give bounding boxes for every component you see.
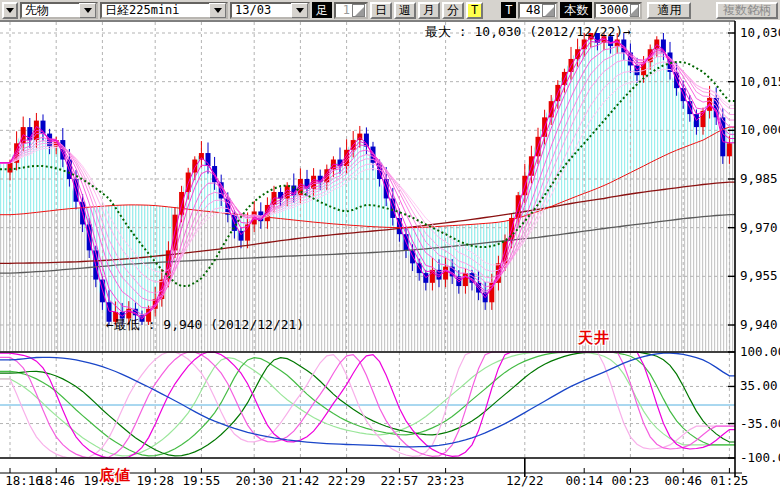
time-tick-label: 22:57 xyxy=(381,473,419,488)
chevron-down-icon[interactable] xyxy=(209,3,226,18)
period-day-button[interactable]: 日 xyxy=(370,2,392,19)
period-month-button[interactable]: 月 xyxy=(418,2,440,19)
time-tick-label: 19:28 xyxy=(136,473,174,488)
interval-value: 1 xyxy=(341,3,352,17)
multi-symbol-button[interactable]: 複数銘柄 xyxy=(716,2,778,19)
time-tick-label: 18:46 xyxy=(37,473,75,488)
toolbar: 先物 日経225mini 13/03 足 1 日 週 月 分 T T 48 本数… xyxy=(0,0,780,20)
spinner-icon[interactable] xyxy=(630,4,639,17)
time-tick-label: 00:23 xyxy=(612,473,650,488)
bottom-annotation: 底値 xyxy=(99,466,131,485)
oscillator-tick-label: -35.00 xyxy=(740,416,780,431)
time-tick-label: 00:46 xyxy=(664,473,702,488)
time-tick-label: 01:25 xyxy=(711,473,749,488)
bar-count-stepper[interactable]: 3000 xyxy=(594,2,642,19)
tick-size-value: 48 xyxy=(524,3,542,17)
time-tick-label: 21:42 xyxy=(282,473,320,488)
apply-button[interactable]: 適用 xyxy=(647,2,691,19)
spinner-icon[interactable] xyxy=(352,4,365,17)
bar-count-value: 3000 xyxy=(597,3,630,17)
max-price-annotation: 最大 : 10,030 (2012/12/22)→ xyxy=(425,23,631,41)
symbol-combo[interactable]: 日経225mini xyxy=(100,2,228,19)
contract-combo[interactable]: 13/03 xyxy=(230,2,310,19)
min-price-annotation: ←最低 : 9,940 (2012/12/21) xyxy=(106,316,304,334)
price-tick-label: 10,015 xyxy=(740,74,780,89)
time-tick-label: 20:30 xyxy=(235,473,273,488)
oscillator-tick-label: 35.00 xyxy=(740,378,778,393)
price-tick-label: 9,985 xyxy=(740,171,778,186)
chevron-down-icon[interactable] xyxy=(291,3,308,18)
time-tick-label: 00:14 xyxy=(565,473,603,488)
bar-type-label: 足 xyxy=(312,2,332,18)
price-tick-label: 9,955 xyxy=(740,268,778,283)
spinner-icon[interactable] xyxy=(542,4,555,17)
time-tick-label: 22:29 xyxy=(328,473,366,488)
tick-size-stepper[interactable]: 48 xyxy=(518,2,558,19)
period-tick-button[interactable]: T xyxy=(466,2,483,19)
price-chart: 10,03010,01510,0009,9859,9709,9559,94010… xyxy=(0,20,780,500)
period-minute-button[interactable]: 分 xyxy=(442,2,464,19)
period-week-button[interactable]: 週 xyxy=(394,2,416,19)
time-tick-label: 12/22 xyxy=(506,473,544,488)
price-tick-label: 9,940 xyxy=(740,317,778,332)
price-tick-label: 10,030 xyxy=(740,25,780,40)
time-tick-label: 23:23 xyxy=(427,473,465,488)
chevron-down-icon xyxy=(6,8,14,13)
category-combo[interactable]: 先物 xyxy=(20,2,98,19)
interval-stepper[interactable]: 1 xyxy=(334,2,368,19)
price-tick-label: 9,970 xyxy=(740,220,778,235)
price-tick-label: 10,000 xyxy=(740,122,780,137)
category-value: 先物 xyxy=(22,2,79,19)
oscillator-tick-label: 100.00 xyxy=(740,344,780,359)
time-tick-label: 19:55 xyxy=(183,473,221,488)
contract-value: 13/03 xyxy=(232,3,291,17)
bar-count-label: 本数 xyxy=(560,2,592,18)
chevron-down-icon[interactable] xyxy=(79,3,96,18)
window-dropdown-button[interactable] xyxy=(2,2,18,19)
ceiling-annotation: 天井 xyxy=(578,329,610,348)
oscillator-tick-label: -100.00 xyxy=(740,450,780,465)
tick-size-label: T xyxy=(501,2,516,18)
symbol-value: 日経225mini xyxy=(102,2,209,19)
